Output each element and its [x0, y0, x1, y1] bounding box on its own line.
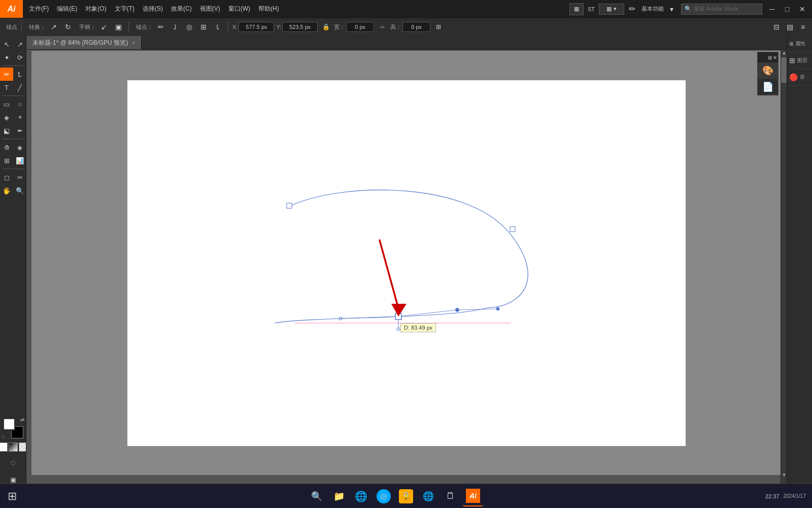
tab-bar: 未标题-1* @ 84% (RGB/GPU 预览) ×: [26, 36, 787, 50]
h-input[interactable]: [402, 22, 430, 32]
svg-point-10: [496, 307, 499, 310]
y-input[interactable]: [282, 22, 318, 32]
gradient-tool[interactable]: ⬕: [0, 124, 13, 137]
vertical-scrollbar[interactable]: ▲ ▼: [781, 50, 787, 484]
color-swatch-white[interactable]: [0, 442, 8, 452]
white-canvas[interactable]: D: 83.49 px: [127, 80, 686, 446]
selection-tool[interactable]: ↖: [0, 38, 13, 51]
foreground-color[interactable]: [3, 418, 15, 430]
more-btn[interactable]: ≡: [797, 21, 809, 33]
slice-tool[interactable]: ✂: [13, 171, 26, 184]
taskbar-files[interactable]: 📁: [329, 486, 349, 506]
maximize-button[interactable]: □: [782, 4, 793, 15]
mini-panel-close[interactable]: ✕: [773, 55, 777, 60]
eyedropper-tool[interactable]: ✒: [13, 124, 26, 137]
handle-btn-2[interactable]: ▣: [112, 21, 124, 33]
type-tool[interactable]: T: [0, 81, 13, 94]
ellipse-tool[interactable]: ○: [13, 98, 26, 111]
artboard-tool[interactable]: ◻: [0, 171, 13, 184]
none-swatch[interactable]: [19, 442, 27, 452]
search-box[interactable]: 🔍 搜索 Adobe Stock: [681, 4, 762, 15]
svg-line-5: [398, 310, 457, 316]
search-icon: 🔍: [685, 6, 692, 12]
toolbar-icon-1[interactable]: ▦: [569, 3, 584, 15]
paint-bucket-tool[interactable]: ◈: [0, 111, 13, 124]
lasso-tool[interactable]: ⟳: [13, 51, 26, 64]
taskbar-notes[interactable]: 🗒: [441, 486, 461, 506]
start-button[interactable]: ⊞: [0, 484, 24, 509]
curvature-tool[interactable]: Ꝉ: [13, 68, 26, 81]
menu-effect[interactable]: 效果(C): [167, 0, 196, 18]
pen-tool[interactable]: ✏: [0, 68, 13, 81]
menu-help[interactable]: 帮助(H): [254, 0, 283, 18]
panel-toggle-btn[interactable]: ▤: [784, 21, 796, 33]
mini-panel-appearance[interactable]: 📄: [758, 79, 778, 95]
toolbar-icon-4[interactable]: ✏: [626, 4, 637, 15]
w-input[interactable]: [346, 22, 374, 32]
taskbar-app-4[interactable]: 🔒: [396, 486, 416, 506]
v-scroll-down[interactable]: ▼: [781, 472, 787, 478]
taskbar-illustrator[interactable]: Ai: [463, 486, 483, 506]
constrain-icon[interactable]: ⊞: [432, 21, 445, 33]
arrange-btn[interactable]: ⊟: [770, 21, 783, 33]
mini-panel-expand[interactable]: ⊞: [768, 55, 772, 60]
taskbar-browser-1[interactable]: 🌐: [351, 486, 371, 506]
menu-edit[interactable]: 编辑(E): [53, 0, 81, 18]
magic-wand-tool[interactable]: ✦: [0, 51, 13, 64]
divider-1: [21, 22, 22, 32]
mini-panel-color[interactable]: 🎨: [758, 62, 778, 79]
tab-close-btn[interactable]: ×: [132, 40, 135, 46]
gradient-swatch[interactable]: [9, 442, 18, 452]
anchor-btn-5[interactable]: ⤹: [212, 21, 224, 33]
menu-object[interactable]: 对象(O): [81, 0, 110, 18]
menu-view[interactable]: 视图(V): [196, 0, 224, 18]
workspace-dropdown[interactable]: ▾: [666, 4, 677, 15]
bar-chart-tool[interactable]: 📊: [13, 154, 26, 167]
anchor-btn-4[interactable]: ⊞: [197, 21, 210, 33]
symbol-tool[interactable]: ◈: [13, 141, 26, 154]
column-graph-tool[interactable]: ⊞: [0, 154, 13, 167]
library-panel-btn[interactable]: 🔴 库: [787, 69, 812, 86]
document-tab[interactable]: 未标题-1* @ 84% (RGB/GPU 预览) ×: [26, 36, 142, 49]
windows-icon: ⊞: [8, 490, 17, 503]
extra-tool-1[interactable]: ⊡: [0, 456, 5, 469]
handle-label: 手柄：: [79, 23, 96, 31]
x-input[interactable]: [239, 22, 274, 32]
lock-aspect-icon[interactable]: 🔒: [320, 21, 332, 33]
extra-tool-2[interactable]: ◌: [7, 456, 20, 469]
anchor-label: 锚点: [6, 23, 17, 31]
hand-tool[interactable]: 🖐: [0, 184, 13, 197]
line-tool[interactable]: ╱: [13, 81, 26, 94]
toolbar-icon-2[interactable]: ST: [586, 4, 597, 15]
anchor-btn-2[interactable]: ⤸: [169, 21, 181, 33]
default-colors-btn[interactable]: □: [2, 434, 5, 439]
anchor-btn-1[interactable]: ✏: [155, 21, 167, 33]
menu-file[interactable]: 文件(F): [25, 0, 53, 18]
properties-panel-btn[interactable]: ≡ 属性: [787, 36, 812, 52]
direct-selection-tool[interactable]: ↗: [13, 38, 26, 51]
minimize-button[interactable]: ─: [766, 4, 777, 15]
taskbar-chrome[interactable]: 🌐: [418, 486, 438, 506]
anchor-btn-3[interactable]: ◎: [183, 21, 195, 33]
taskbar-app-3[interactable]: ◎: [374, 486, 394, 506]
v-scroll-thumb[interactable]: [781, 57, 787, 83]
zoom-tool[interactable]: 🔍: [13, 184, 26, 197]
blend-tool[interactable]: ⟰: [0, 141, 13, 154]
menu-select[interactable]: 选择(S): [139, 0, 167, 18]
right-sidebar: ≡ 属性 ⊞ 图层 🔴 库: [787, 36, 812, 490]
handle-btn-1[interactable]: ↙: [98, 21, 110, 33]
menu-window[interactable]: 窗口(W): [224, 0, 254, 18]
extra-tool-3[interactable]: ✱: [22, 456, 27, 469]
swap-colors-btn[interactable]: ⇄: [20, 417, 24, 423]
menu-type[interactable]: 文字(T): [111, 0, 139, 18]
toolbar-icon-3[interactable]: ▦ ▾: [599, 4, 624, 15]
close-button[interactable]: ✕: [797, 4, 808, 15]
rect-tool[interactable]: ▭: [0, 98, 13, 111]
lock-icon: 🔒: [399, 489, 413, 503]
mesh-tool[interactable]: ⌖: [13, 111, 26, 124]
convert-btn-1[interactable]: ↗: [48, 21, 60, 33]
taskbar-search[interactable]: 🔍: [307, 486, 327, 506]
convert-btn-2[interactable]: ↻: [62, 21, 74, 33]
v-scroll-up[interactable]: ▲: [781, 50, 787, 56]
layers-panel-btn[interactable]: ⊞ 图层: [787, 52, 812, 69]
